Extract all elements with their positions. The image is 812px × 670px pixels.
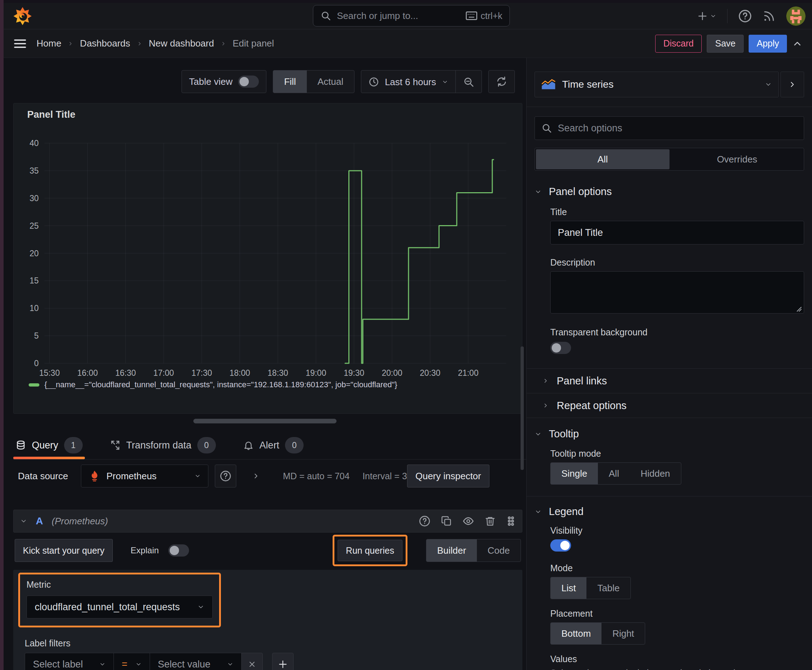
metric-select[interactable]: cloudflared_tunnel_total_requests bbox=[27, 596, 213, 618]
operator-dropdown[interactable]: = bbox=[114, 653, 150, 670]
placement-bottom-option[interactable]: Bottom bbox=[551, 623, 602, 644]
builder-option[interactable]: Builder bbox=[426, 540, 477, 562]
timeseries-plot-area[interactable]: 051015202530354015:3016:0016:3017:0017:3… bbox=[19, 128, 516, 379]
svg-text:20:00: 20:00 bbox=[381, 368, 402, 377]
chevron-right-icon[interactable] bbox=[252, 472, 260, 480]
tab-alert-count: 0 bbox=[285, 437, 303, 453]
drag-handle-icon[interactable] bbox=[506, 516, 515, 526]
metric-highlight: Metric cloudflared_tunnel_total_requests bbox=[18, 573, 221, 628]
options-search-input[interactable]: Search options bbox=[534, 116, 804, 140]
svg-text:15:30: 15:30 bbox=[39, 368, 60, 377]
hide-response-icon[interactable] bbox=[463, 515, 474, 527]
vertical-scrollbar-thumb[interactable] bbox=[520, 347, 524, 470]
options-search-placeholder: Search options bbox=[558, 123, 622, 134]
query-ref-id: A bbox=[36, 515, 43, 527]
tab-overrides[interactable]: Overrides bbox=[671, 148, 804, 170]
tab-query[interactable]: Query 1 bbox=[13, 431, 85, 459]
section-tooltip[interactable]: Tooltip bbox=[534, 428, 804, 440]
svg-text:35: 35 bbox=[29, 166, 39, 175]
actual-option[interactable]: Actual bbox=[307, 71, 354, 93]
table-view-switch[interactable] bbox=[238, 76, 259, 88]
select-label-dropdown[interactable]: Select label bbox=[25, 653, 114, 670]
query-row-header[interactable]: A (Prometheus) bbox=[13, 510, 522, 533]
panel-title-input[interactable] bbox=[550, 221, 804, 244]
remove-filter-button[interactable] bbox=[241, 653, 263, 670]
question-circle-icon bbox=[738, 9, 752, 23]
query-actions-row: Kick start your query Explain Run querie… bbox=[13, 536, 522, 565]
hamburger-icon bbox=[13, 37, 27, 50]
user-avatar[interactable] bbox=[786, 7, 805, 26]
tab-all[interactable]: All bbox=[536, 149, 670, 169]
apply-button[interactable]: Apply bbox=[749, 35, 787, 52]
breadcrumb-home[interactable]: Home bbox=[37, 38, 61, 49]
chevron-down-icon[interactable] bbox=[20, 518, 27, 524]
timeseries-chart: 051015202530354015:3016:0016:3017:0017:3… bbox=[19, 128, 511, 379]
top-nav: Search or jump to... ctrl+k bbox=[3, 3, 812, 29]
save-button[interactable]: Save bbox=[707, 35, 744, 52]
datasource-picker[interactable]: Prometheus bbox=[81, 465, 209, 487]
remove-query-icon[interactable] bbox=[485, 516, 495, 526]
add-button[interactable] bbox=[697, 11, 716, 22]
query-help-icon[interactable] bbox=[419, 515, 431, 527]
section-panel-links[interactable]: Panel links bbox=[534, 369, 804, 393]
tooltip-single-option[interactable]: Single bbox=[551, 463, 598, 484]
shortcut-label: ctrl+k bbox=[481, 11, 502, 21]
tooltip-hidden-option[interactable]: Hidden bbox=[630, 463, 681, 484]
description-field-label: Description bbox=[550, 257, 804, 268]
plus-icon bbox=[278, 659, 288, 669]
transparent-bg-switch[interactable] bbox=[550, 342, 571, 354]
legend-table-option[interactable]: Table bbox=[587, 577, 630, 599]
datasource-help-button[interactable] bbox=[215, 465, 236, 487]
time-range-label: Last 6 hours bbox=[385, 76, 436, 88]
time-range-picker[interactable]: Last 6 hours bbox=[361, 71, 455, 93]
tooltip-all-option[interactable]: All bbox=[598, 463, 630, 484]
menu-toggle-button[interactable] bbox=[13, 37, 27, 50]
legend-mode-label: Mode bbox=[550, 563, 804, 574]
prometheus-icon bbox=[88, 470, 101, 482]
section-legend[interactable]: Legend bbox=[534, 506, 804, 518]
legend-list-option[interactable]: List bbox=[551, 577, 587, 599]
svg-text:20:30: 20:30 bbox=[420, 368, 441, 377]
duplicate-query-icon[interactable] bbox=[441, 516, 452, 526]
tabs-divider bbox=[13, 459, 526, 460]
chevron-down-icon bbox=[194, 473, 201, 479]
panel-options-sidebar: Time series Search options All Overrides… bbox=[526, 58, 812, 670]
section-panel-options[interactable]: Panel options bbox=[534, 186, 804, 198]
placement-right-option[interactable]: Right bbox=[602, 623, 645, 644]
query-inspector-button[interactable]: Query inspector bbox=[407, 465, 490, 487]
pane-resize-handle[interactable] bbox=[193, 419, 337, 423]
global-search-input[interactable]: Search or jump to... ctrl+k bbox=[313, 5, 510, 27]
breadcrumb-dashboards[interactable]: Dashboards bbox=[80, 38, 130, 49]
tab-alert[interactable]: Alert 0 bbox=[241, 431, 306, 459]
legend-visibility-switch[interactable] bbox=[550, 540, 571, 552]
toggle-viz-picker-button[interactable] bbox=[780, 71, 804, 97]
chart-legend-item[interactable]: {__name__="cloudflared_tunnel_total_requ… bbox=[29, 380, 516, 389]
news-button[interactable] bbox=[763, 10, 775, 22]
breadcrumb-new-dashboard[interactable]: New dashboard bbox=[149, 38, 214, 49]
add-filter-button[interactable] bbox=[272, 653, 293, 670]
discard-button[interactable]: Discard bbox=[655, 35, 702, 52]
collapse-header-button[interactable] bbox=[792, 38, 803, 49]
zoom-out-button[interactable] bbox=[456, 71, 481, 93]
explain-switch[interactable] bbox=[168, 544, 189, 557]
fill-option[interactable]: Fill bbox=[273, 71, 307, 93]
select-value-dropdown[interactable]: Select value bbox=[150, 653, 241, 670]
panel-description-textarea[interactable] bbox=[550, 271, 804, 313]
chevron-right-icon bbox=[788, 80, 797, 89]
section-repeat-options[interactable]: Repeat options bbox=[534, 393, 804, 418]
breadcrumb-bar: Home Dashboards New dashboard Edit panel… bbox=[3, 29, 812, 58]
refresh-button[interactable] bbox=[488, 70, 515, 93]
kick-start-query-button[interactable]: Kick start your query bbox=[15, 539, 113, 562]
resize-grip-icon[interactable] bbox=[795, 306, 802, 312]
zoom-out-icon bbox=[463, 76, 475, 88]
chevron-right-icon bbox=[542, 377, 549, 384]
bell-icon bbox=[243, 440, 254, 451]
visualization-picker[interactable]: Time series bbox=[534, 71, 779, 97]
grafana-logo-icon[interactable] bbox=[13, 7, 32, 26]
help-button[interactable] bbox=[738, 9, 752, 23]
table-view-toggle[interactable]: Table view bbox=[181, 70, 266, 93]
run-queries-button[interactable]: Run queries bbox=[337, 540, 402, 561]
tab-transform-data[interactable]: Transform data 0 bbox=[108, 431, 218, 459]
breadcrumb-edit-panel: Edit panel bbox=[233, 38, 274, 49]
code-option[interactable]: Code bbox=[477, 540, 520, 562]
